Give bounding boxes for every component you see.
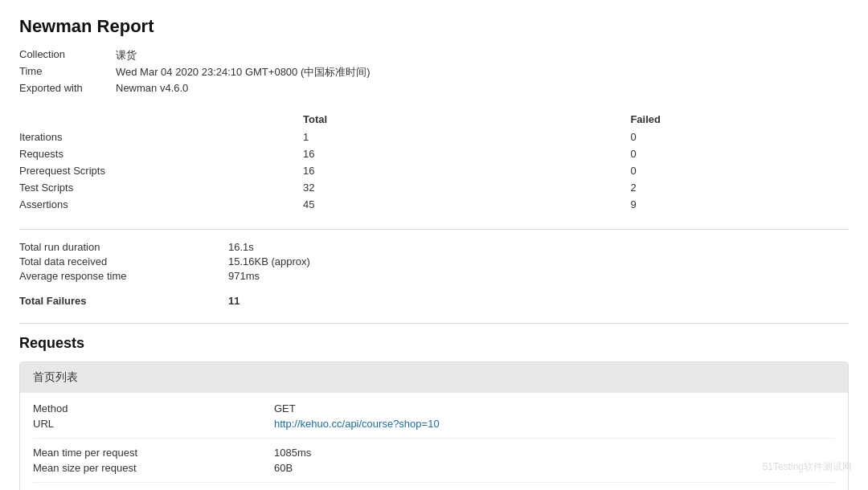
exported-label: Exported with [19,82,116,94]
request-timing-row: Mean time per request 1085ms [33,447,835,459]
runtime-label: Average response time [19,270,228,282]
runtime-row: Total run duration 16.1s [19,241,849,253]
runtime-label: Total data received [19,255,228,267]
stats-row-label: Requests [19,145,303,162]
meta-exported-row: Exported with Newman v4.6.0 [19,82,849,94]
stats-row-failed: 0 [630,162,849,179]
stats-table: Total Failed Iterations 1 0 Requests 16 … [19,110,849,213]
stats-row-failed: 2 [630,179,849,196]
request-divider-2 [33,482,835,483]
stats-row: Requests 16 0 [19,145,849,162]
divider-2 [19,323,849,324]
stats-row-failed: 0 [630,129,849,145]
stats-row-failed: 9 [630,196,849,213]
total-failures-value: 11 [228,295,240,307]
stats-row: Prerequest Scripts 16 0 [19,162,849,179]
time-label: Time [19,65,116,80]
stats-row: Iterations 1 0 [19,129,849,145]
page-title: Newman Report [19,16,849,37]
stats-row-total: 45 [303,196,630,213]
divider-1 [19,229,849,230]
watermark: 51Testing软件测试网 [763,460,852,474]
timing-value: 1085ms [274,447,311,459]
stats-failed-header: Failed [630,110,849,129]
stats-row-label: Iterations [19,129,303,145]
timing-label: Mean time per request [33,447,274,459]
request-card-body: Method GET URL http://kehuo.cc/api/cours… [20,393,848,490]
method-label: Method [33,402,274,414]
runtime-value: 971ms [228,270,260,282]
request-cards-container: 首页列表 Method GET URL http://kehuo.cc/api/… [19,361,849,490]
stats-row-total: 16 [303,145,630,162]
stats-row-failed: 0 [630,145,849,162]
requests-heading: Requests [19,335,849,352]
url-link[interactable]: http://kehuo.cc/api/course?shop=10 [274,418,440,430]
total-failures-label: Total Failures [19,295,228,307]
stats-row-label: Prerequest Scripts [19,162,303,179]
request-size-row: Mean size per request 60B [33,462,835,474]
size-value: 60B [274,462,293,474]
stats-row-total: 1 [303,129,630,145]
collection-label: Collection [19,48,116,63]
meta-section: Collection 课货 Time Wed Mar 04 2020 23:24… [19,48,849,94]
url-label: URL [33,418,274,430]
stats-row-total: 32 [303,179,630,196]
request-divider [33,438,835,439]
size-label: Mean size per request [33,462,274,474]
collection-value: 课货 [116,48,137,63]
request-card-header: 首页列表 [20,362,848,393]
stats-name-header [19,110,303,129]
meta-time-row: Time Wed Mar 04 2020 23:24:10 GMT+0800 (… [19,65,849,80]
runtime-value: 16.1s [228,241,254,253]
request-card: 首页列表 Method GET URL http://kehuo.cc/api/… [19,361,849,490]
stats-row: Test Scripts 32 2 [19,179,849,196]
meta-collection-row: Collection 课货 [19,48,849,63]
stats-row-label: Assertions [19,196,303,213]
runtime-row: Average response time 971ms [19,270,849,282]
runtime-label: Total run duration [19,241,228,253]
stats-row-total: 16 [303,162,630,179]
runtime-row: Total data received 15.16KB (approx) [19,255,849,267]
exported-value: Newman v4.6.0 [116,82,188,94]
stats-section: Total Failed Iterations 1 0 Requests 16 … [19,110,849,213]
method-value: GET [274,402,296,414]
stats-row: Assertions 45 9 [19,196,849,213]
total-failures-row: Total Failures 11 [19,295,849,307]
runtime-value: 15.16KB (approx) [228,255,310,267]
request-url-row: URL http://kehuo.cc/api/course?shop=10 [33,418,835,430]
stats-row-label: Test Scripts [19,179,303,196]
stats-total-header: Total [303,110,630,129]
runtime-section: Total run duration 16.1s Total data rece… [19,241,849,282]
request-method-row: Method GET [33,402,835,414]
url-value: http://kehuo.cc/api/course?shop=10 [274,418,440,430]
time-value: Wed Mar 04 2020 23:24:10 GMT+0800 (中国标准时… [116,65,371,80]
